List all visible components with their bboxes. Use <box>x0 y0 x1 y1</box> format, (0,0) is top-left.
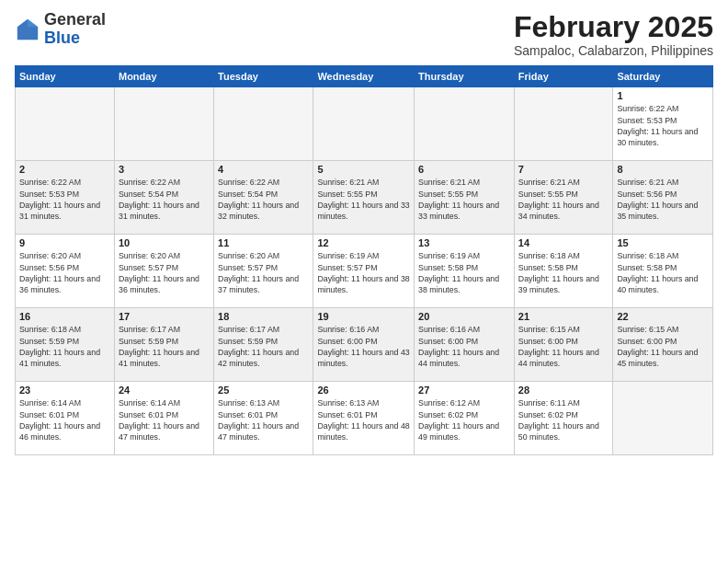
day-info: Sunrise: 6:21 AM Sunset: 5:55 PM Dayligh… <box>518 177 609 222</box>
table-row: 27Sunrise: 6:12 AM Sunset: 6:02 PM Dayli… <box>415 382 515 455</box>
day-number: 2 <box>19 164 110 175</box>
table-row <box>613 382 713 455</box>
table-row: 12Sunrise: 6:19 AM Sunset: 5:57 PM Dayli… <box>313 235 415 308</box>
day-info: Sunrise: 6:13 AM Sunset: 6:01 PM Dayligh… <box>317 397 410 442</box>
day-info: Sunrise: 6:17 AM Sunset: 5:59 PM Dayligh… <box>218 324 309 369</box>
day-info: Sunrise: 6:16 AM Sunset: 6:00 PM Dayligh… <box>317 324 410 369</box>
table-row: 10Sunrise: 6:20 AM Sunset: 5:57 PM Dayli… <box>114 235 213 308</box>
table-row: 9Sunrise: 6:20 AM Sunset: 5:56 PM Daylig… <box>16 235 115 308</box>
calendar-week-row: 2Sunrise: 6:22 AM Sunset: 5:53 PM Daylig… <box>16 161 713 235</box>
table-row: 6Sunrise: 6:21 AM Sunset: 5:55 PM Daylig… <box>415 161 515 235</box>
day-number: 17 <box>119 311 210 322</box>
day-info: Sunrise: 6:12 AM Sunset: 6:02 PM Dayligh… <box>418 397 510 442</box>
day-number: 1 <box>617 90 709 101</box>
day-number: 18 <box>218 311 309 322</box>
day-info: Sunrise: 6:19 AM Sunset: 5:58 PM Dayligh… <box>418 250 510 295</box>
table-row: 21Sunrise: 6:15 AM Sunset: 6:00 PM Dayli… <box>514 308 613 382</box>
day-number: 16 <box>19 311 110 322</box>
table-row: 20Sunrise: 6:16 AM Sunset: 6:00 PM Dayli… <box>415 308 515 382</box>
day-info: Sunrise: 6:20 AM Sunset: 5:57 PM Dayligh… <box>119 250 210 295</box>
day-number: 14 <box>518 237 609 248</box>
day-info: Sunrise: 6:21 AM Sunset: 5:55 PM Dayligh… <box>317 177 410 222</box>
title-area: February 2025 Sampaloc, Calabarzon, Phil… <box>514 11 713 58</box>
table-row: 24Sunrise: 6:14 AM Sunset: 6:01 PM Dayli… <box>114 382 213 455</box>
col-wednesday: Wednesday <box>313 66 415 87</box>
day-info: Sunrise: 6:15 AM Sunset: 6:00 PM Dayligh… <box>617 324 709 369</box>
day-info: Sunrise: 6:17 AM Sunset: 5:59 PM Dayligh… <box>119 324 210 369</box>
col-thursday: Thursday <box>415 66 515 87</box>
day-info: Sunrise: 6:14 AM Sunset: 6:01 PM Dayligh… <box>19 397 110 442</box>
svg-marker-1 <box>28 19 38 27</box>
table-row: 3Sunrise: 6:22 AM Sunset: 5:54 PM Daylig… <box>114 161 213 235</box>
day-number: 28 <box>518 385 609 396</box>
day-info: Sunrise: 6:19 AM Sunset: 5:57 PM Dayligh… <box>317 250 410 295</box>
logo-text: General Blue <box>44 11 106 48</box>
day-info: Sunrise: 6:18 AM Sunset: 5:59 PM Dayligh… <box>19 324 110 369</box>
day-number: 8 <box>617 164 709 175</box>
day-info: Sunrise: 6:21 AM Sunset: 5:55 PM Dayligh… <box>418 177 510 222</box>
logo-blue: Blue <box>44 29 106 48</box>
day-info: Sunrise: 6:15 AM Sunset: 6:00 PM Dayligh… <box>518 324 609 369</box>
table-row: 7Sunrise: 6:21 AM Sunset: 5:55 PM Daylig… <box>514 161 613 235</box>
table-row: 17Sunrise: 6:17 AM Sunset: 5:59 PM Dayli… <box>114 308 213 382</box>
day-info: Sunrise: 6:18 AM Sunset: 5:58 PM Dayligh… <box>617 250 709 295</box>
day-number: 9 <box>19 237 110 248</box>
calendar-week-row: 23Sunrise: 6:14 AM Sunset: 6:01 PM Dayli… <box>16 382 713 455</box>
day-number: 6 <box>418 164 510 175</box>
logo: General Blue <box>15 11 106 48</box>
day-info: Sunrise: 6:22 AM Sunset: 5:54 PM Dayligh… <box>119 177 210 222</box>
day-number: 7 <box>518 164 609 175</box>
calendar-week-row: 9Sunrise: 6:20 AM Sunset: 5:56 PM Daylig… <box>16 235 713 308</box>
table-row: 8Sunrise: 6:21 AM Sunset: 5:56 PM Daylig… <box>613 161 713 235</box>
day-info: Sunrise: 6:22 AM Sunset: 5:53 PM Dayligh… <box>617 103 709 148</box>
day-number: 26 <box>317 385 410 396</box>
day-info: Sunrise: 6:20 AM Sunset: 5:56 PM Dayligh… <box>19 250 110 295</box>
table-row <box>214 87 313 161</box>
day-number: 5 <box>317 164 410 175</box>
day-info: Sunrise: 6:14 AM Sunset: 6:01 PM Dayligh… <box>119 397 210 442</box>
day-number: 27 <box>418 385 510 396</box>
table-row <box>415 87 515 161</box>
col-tuesday: Tuesday <box>214 66 313 87</box>
col-sunday: Sunday <box>16 66 115 87</box>
day-number: 23 <box>19 385 110 396</box>
day-info: Sunrise: 6:21 AM Sunset: 5:56 PM Dayligh… <box>617 177 709 222</box>
table-row: 5Sunrise: 6:21 AM Sunset: 5:55 PM Daylig… <box>313 161 415 235</box>
day-info: Sunrise: 6:11 AM Sunset: 6:02 PM Dayligh… <box>518 397 609 442</box>
calendar-table: Sunday Monday Tuesday Wednesday Thursday… <box>15 65 713 455</box>
table-row: 25Sunrise: 6:13 AM Sunset: 6:01 PM Dayli… <box>214 382 313 455</box>
table-row: 26Sunrise: 6:13 AM Sunset: 6:01 PM Dayli… <box>313 382 415 455</box>
page: General Blue February 2025 Sampaloc, Cal… <box>0 0 728 563</box>
day-info: Sunrise: 6:20 AM Sunset: 5:57 PM Dayligh… <box>218 250 309 295</box>
day-number: 25 <box>218 385 309 396</box>
table-row: 1Sunrise: 6:22 AM Sunset: 5:53 PM Daylig… <box>613 87 713 161</box>
table-row: 22Sunrise: 6:15 AM Sunset: 6:00 PM Dayli… <box>613 308 713 382</box>
day-info: Sunrise: 6:13 AM Sunset: 6:01 PM Dayligh… <box>218 397 309 442</box>
table-row: 28Sunrise: 6:11 AM Sunset: 6:02 PM Dayli… <box>514 382 613 455</box>
logo-general: General <box>44 11 106 29</box>
day-info: Sunrise: 6:16 AM Sunset: 6:00 PM Dayligh… <box>418 324 510 369</box>
day-number: 24 <box>119 385 210 396</box>
day-number: 4 <box>218 164 309 175</box>
day-number: 15 <box>617 237 709 248</box>
table-row: 4Sunrise: 6:22 AM Sunset: 5:54 PM Daylig… <box>214 161 313 235</box>
table-row: 23Sunrise: 6:14 AM Sunset: 6:01 PM Dayli… <box>16 382 115 455</box>
col-friday: Friday <box>514 66 613 87</box>
header: General Blue February 2025 Sampaloc, Cal… <box>15 11 713 58</box>
day-number: 22 <box>617 311 709 322</box>
col-monday: Monday <box>114 66 213 87</box>
table-row: 2Sunrise: 6:22 AM Sunset: 5:53 PM Daylig… <box>16 161 115 235</box>
day-number: 20 <box>418 311 510 322</box>
table-row <box>313 87 415 161</box>
day-number: 21 <box>518 311 609 322</box>
logo-icon <box>15 17 40 42</box>
day-number: 12 <box>317 237 410 248</box>
table-row: 13Sunrise: 6:19 AM Sunset: 5:58 PM Dayli… <box>415 235 515 308</box>
table-row: 16Sunrise: 6:18 AM Sunset: 5:59 PM Dayli… <box>16 308 115 382</box>
day-number: 13 <box>418 237 510 248</box>
calendar-header-row: Sunday Monday Tuesday Wednesday Thursday… <box>16 66 713 87</box>
table-row: 14Sunrise: 6:18 AM Sunset: 5:58 PM Dayli… <box>514 235 613 308</box>
day-info: Sunrise: 6:18 AM Sunset: 5:58 PM Dayligh… <box>518 250 609 295</box>
day-number: 19 <box>317 311 410 322</box>
col-saturday: Saturday <box>613 66 713 87</box>
